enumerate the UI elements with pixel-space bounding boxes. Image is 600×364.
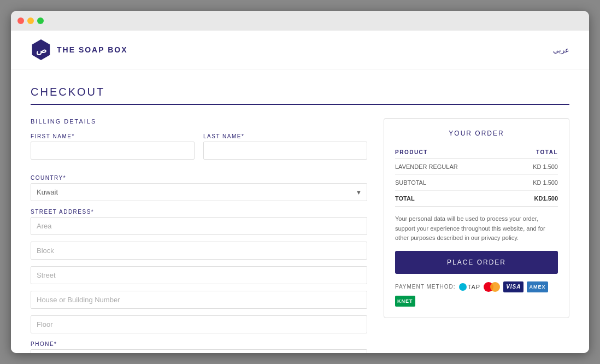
checkout-grid: BILLING DETAILS FIRST NAME* LAST NAME* C… xyxy=(31,118,569,353)
page-content: ص THE SOAP BOX عربي CHECKOUT BILLING DET… xyxy=(11,31,589,353)
header: ص THE SOAP BOX عربي xyxy=(11,31,589,69)
floor-input[interactable] xyxy=(31,315,367,333)
house-input[interactable] xyxy=(31,291,367,309)
street-address-label: STREET ADDRESS* xyxy=(31,209,367,215)
payment-method: PAYMENT METHOD: tap VISA xyxy=(395,281,558,307)
privacy-text: Your personal data will be used to proce… xyxy=(395,214,558,243)
browser-dot-green xyxy=(37,17,44,24)
logo-text: THE SOAP BOX xyxy=(57,45,128,54)
total-row: TOTAL KD1.500 xyxy=(395,191,558,207)
product-row: LAVENDER REGULAR KD 1.500 xyxy=(395,159,558,175)
name-row: FIRST NAME* LAST NAME* xyxy=(31,133,367,167)
col-product: PRODUCT xyxy=(395,146,511,159)
tap-dot-icon xyxy=(459,283,467,291)
block-input[interactable] xyxy=(31,242,367,260)
area-input[interactable] xyxy=(31,217,367,235)
mastercard-icon xyxy=(484,282,500,292)
amex-icon: AMEX xyxy=(527,281,548,292)
col-total: TOTAL xyxy=(511,146,558,159)
subtotal-row: SUBTOTAL KD 1.500 xyxy=(395,175,558,191)
main-content: CHECKOUT BILLING DETAILS FIRST NAME* LAS… xyxy=(11,69,589,353)
logo: ص THE SOAP BOX xyxy=(31,39,128,60)
country-select[interactable]: Kuwait xyxy=(31,183,367,201)
browser-dot-yellow xyxy=(27,17,34,24)
order-table: PRODUCT TOTAL LAVENDER REGULAR KD 1.500 … xyxy=(395,146,558,207)
place-order-button[interactable]: PLACE ORDER xyxy=(395,251,558,274)
total-value: KD1.500 xyxy=(511,191,558,207)
country-select-wrap: Kuwait ▼ xyxy=(31,183,367,201)
total-label: TOTAL xyxy=(395,191,511,207)
last-name-group: LAST NAME* xyxy=(203,133,367,160)
tap-payment-icon: tap xyxy=(459,283,481,291)
first-name-input[interactable] xyxy=(31,142,195,160)
phone-label: PHONE* xyxy=(31,341,367,347)
billing-section: BILLING DETAILS FIRST NAME* LAST NAME* C… xyxy=(31,118,367,353)
street-input[interactable] xyxy=(31,266,367,284)
browser-dot-red xyxy=(17,17,24,24)
first-name-label: FIRST NAME* xyxy=(31,133,195,139)
nav-lang[interactable]: عربي xyxy=(553,46,569,54)
order-title: YOUR ORDER xyxy=(395,130,558,137)
knet-icon: KNET xyxy=(395,296,415,307)
logo-icon: ص xyxy=(31,39,51,60)
country-label: COUNTRY* xyxy=(31,175,367,181)
billing-title: BILLING DETAILS xyxy=(31,118,367,125)
product-name: LAVENDER REGULAR xyxy=(395,159,511,175)
page-title: CHECKOUT xyxy=(31,86,569,98)
phone-input[interactable] xyxy=(31,349,367,353)
visa-icon: VISA xyxy=(503,281,523,292)
order-summary: YOUR ORDER PRODUCT TOTAL LAVENDER REGULA… xyxy=(384,118,569,318)
last-name-label: LAST NAME* xyxy=(203,133,367,139)
phone-group: PHONE* xyxy=(31,341,367,353)
first-name-group: FIRST NAME* xyxy=(31,133,195,160)
browser-chrome xyxy=(11,11,589,31)
street-address-group: STREET ADDRESS* xyxy=(31,209,367,333)
subtotal-label: SUBTOTAL xyxy=(395,175,511,191)
payment-method-label: PAYMENT METHOD: xyxy=(395,284,456,290)
product-price: KD 1.500 xyxy=(511,159,558,175)
country-group: COUNTRY* Kuwait ▼ xyxy=(31,175,367,201)
checkout-divider xyxy=(31,104,569,105)
subtotal-value: KD 1.500 xyxy=(511,175,558,191)
last-name-input[interactable] xyxy=(203,142,367,160)
